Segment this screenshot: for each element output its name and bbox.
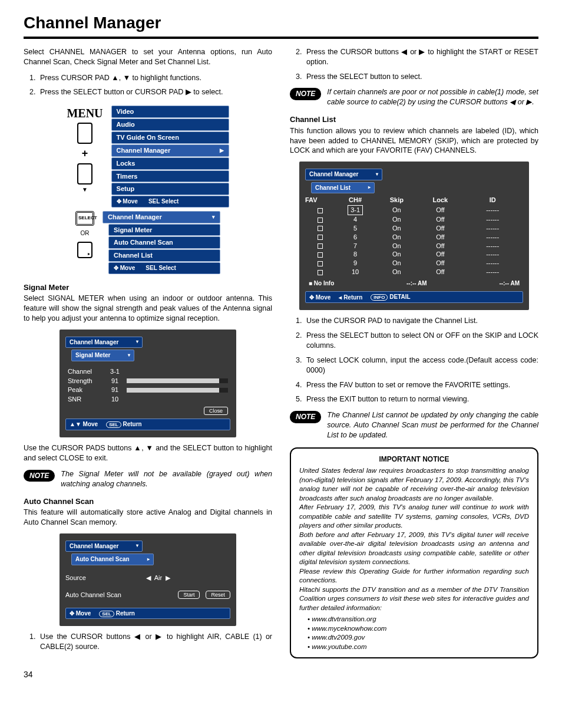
signal-hint-bar: ▲▼ Move SEL Return: [65, 419, 230, 430]
menu-item-video[interactable]: Video: [111, 106, 229, 118]
menu-label: MENU: [67, 106, 103, 121]
title-rule: [24, 37, 538, 39]
signal-meter-panel: Channel Manager▾ Signal Meter▾ Channel3-…: [59, 330, 236, 437]
submenu-hint-bar: ✥ Move SEL Select: [108, 262, 220, 274]
cl-step-3: To select LOCK column, input the access …: [304, 355, 538, 375]
select-button-icon: SELECT: [75, 211, 94, 226]
cl-hint-bar: ✥ Move ◂ Return INFO DETAIL: [305, 291, 523, 303]
crumb-cl: Channel List▸: [311, 182, 375, 194]
source-selector[interactable]: ◀ Air ▶: [146, 574, 170, 582]
menu-item-channel-manager[interactable]: Channel Manager▶: [111, 144, 229, 157]
col-id: ID: [462, 195, 523, 205]
acs-hint-bar: ✥ Move SEL Return: [65, 608, 230, 620]
meter-peak: Peak91: [68, 386, 228, 394]
channel-list-table: FAV CH# Skip Lock ID 3-1OnOff------4OnOf…: [305, 195, 523, 276]
menu-item-setup[interactable]: Setup: [111, 183, 229, 195]
step-2: Press the SELECT button or CURSOR PAD ▶ …: [38, 87, 272, 97]
cursor-button-icon: [77, 163, 92, 185]
cl-heading: Channel List: [290, 114, 538, 125]
cl-text: This function allows you to review which…: [290, 126, 538, 156]
left-column: Select CHANNEL MANAGER to set your Anten…: [24, 47, 272, 659]
note-badge: NOTE: [290, 411, 321, 423]
menu-item-tvguide[interactable]: TV Guide On Screen: [111, 131, 229, 144]
crumb-acs: Auto Channel Scan▸: [71, 554, 154, 565]
cl-step-1: Use the CURSOR PAD to navigate the Chann…: [304, 316, 538, 326]
reset-button[interactable]: Reset: [206, 591, 230, 599]
table-row[interactable]: 8OnOff------: [305, 250, 523, 259]
signal-after-text: Use the CURSOR PADS buttons ▲, ▼ and the…: [24, 443, 272, 463]
plus-icon: +: [82, 146, 88, 160]
move-hint: ✥ Move: [117, 197, 138, 206]
submenu-diagram: SELECT OR ▸ Channel Manager▾ Signal Mete…: [24, 211, 272, 274]
acs-row: Auto Channel Scan Start Reset: [65, 591, 230, 599]
right-column: Press the CURSOR buttons ◀ or ▶ to highl…: [290, 47, 538, 659]
cl-note: NOTE The Channel List cannot be updated …: [290, 410, 538, 440]
table-row[interactable]: 6OnOff------: [305, 233, 523, 242]
link-2: www.myceknowhow.com: [308, 624, 529, 634]
acs-steps-right: Press the CURSOR buttons ◀ or ▶ to highl…: [290, 47, 538, 82]
notice-links: www.dtvtransition.org www.myceknowhow.co…: [299, 615, 529, 651]
acs-heading: Auto Channel Scan: [24, 496, 272, 507]
triangle-down-icon: ▼: [82, 186, 88, 194]
important-notice: IMPORTANT NOTICE United States federal l…: [290, 447, 538, 659]
col-ch: CH#: [336, 195, 375, 205]
source-row: Source ◀ Air ▶: [65, 574, 230, 582]
acs-step-3: Press the SELECT button to select.: [304, 72, 538, 82]
menu-diagram: MENU + ▼ Video Audio TV Guide On Screen …: [24, 106, 272, 207]
menu-item-locks[interactable]: Locks: [111, 157, 229, 170]
link-1: www.dtvtransition.org: [308, 615, 529, 624]
acs-steps-left: Use the CURSOR buttons ◀ or ▶ to highlig…: [24, 632, 272, 652]
start-button[interactable]: Start: [178, 591, 200, 599]
col-fav: FAV: [305, 195, 336, 205]
crumb-cm: Channel Manager▾: [305, 169, 382, 180]
submenu-channel-list[interactable]: Channel List: [108, 249, 220, 262]
note-text: The Channel List cannot be updated by on…: [327, 410, 538, 440]
submenu-auto-channel-scan[interactable]: Auto Channel Scan: [108, 236, 220, 249]
table-row[interactable]: 4OnOff------: [305, 215, 523, 224]
meter-strength: Strength91: [68, 377, 228, 386]
submenu-signal-meter[interactable]: Signal Meter: [108, 224, 220, 236]
channel-list-panel: Channel Manager▾ Channel List▸ FAV CH# S…: [299, 162, 529, 310]
menu-button-icon: [77, 123, 92, 144]
col-lock: Lock: [418, 195, 462, 205]
table-row[interactable]: 10OnOff------: [305, 268, 523, 276]
intro-text: Select CHANNEL MANAGER to set your Anten…: [24, 47, 272, 67]
or-label: OR: [81, 229, 90, 238]
cl-steps: Use the CURSOR PAD to navigate the Chann…: [290, 316, 538, 404]
page-number: 34: [24, 669, 538, 680]
notice-p3: After February 17, 2009, this TV's analo…: [299, 503, 529, 529]
col-skip: Skip: [375, 195, 418, 205]
cl-step-4: Press the FAV button to set or remove th…: [304, 380, 538, 390]
table-row[interactable]: 5OnOff------: [305, 224, 523, 233]
link-4: www.youtube.com: [308, 643, 529, 652]
submenu-title: Channel Manager▾: [103, 211, 220, 223]
table-row[interactable]: 9OnOff------: [305, 259, 523, 268]
note-badge: NOTE: [24, 470, 55, 482]
main-menu: Video Audio TV Guide On Screen Channel M…: [111, 106, 229, 207]
notice-title: IMPORTANT NOTICE: [299, 454, 529, 464]
intro-steps: Press CURSOR PAD ▲, ▼ to highlight funct…: [24, 73, 272, 98]
crumb-signal-meter: Signal Meter▾: [71, 350, 134, 361]
crumb-channel-manager: Channel Manager▾: [65, 337, 143, 348]
select-hint: SEL Select: [148, 197, 179, 206]
step-1: Press CURSOR PAD ▲, ▼ to highlight funct…: [38, 73, 272, 83]
menu-hint-bar: ✥ Move SEL Select: [111, 196, 229, 207]
menu-item-audio[interactable]: Audio: [111, 118, 229, 131]
note-text: The Signal Meter will not be available (…: [61, 469, 272, 489]
table-row[interactable]: 7OnOff------: [305, 242, 523, 251]
acs-step-2: Press the CURSOR buttons ◀ or ▶ to highl…: [304, 47, 538, 67]
note-text: If certain channels are poor or not poss…: [327, 87, 538, 107]
cl-step-2: Press the SELECT button to select ON or …: [304, 331, 538, 351]
acs-panel: Channel Manager▾ Auto Channel Scan▸ Sour…: [59, 533, 236, 626]
meter-snr: SNR10: [68, 395, 228, 404]
close-button[interactable]: Close: [204, 407, 228, 415]
menu-item-timers[interactable]: Timers: [111, 170, 229, 183]
notice-p4: Both before and after February 17, 2009,…: [299, 531, 529, 566]
signal-meter-heading: Signal Meter: [24, 282, 272, 293]
acs-step-1: Use the CURSOR buttons ◀ or ▶ to highlig…: [38, 632, 272, 652]
cl-step-5: Press the EXIT button to return to norma…: [304, 394, 538, 404]
channel-manager-submenu: Channel Manager▾ Signal Meter Auto Chann…: [103, 211, 220, 274]
note-badge: NOTE: [290, 88, 321, 100]
table-row[interactable]: 3-1OnOff------: [305, 205, 523, 215]
meter-channel: Channel3-1: [68, 367, 228, 376]
